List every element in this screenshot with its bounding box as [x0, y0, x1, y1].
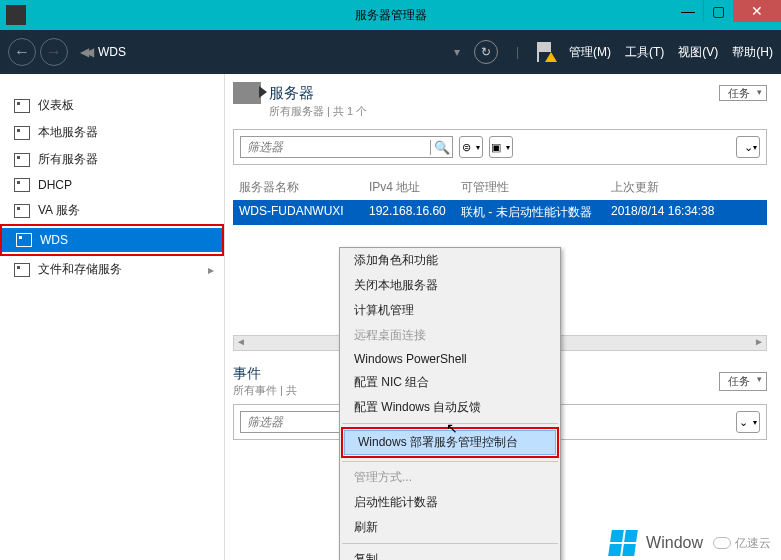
- sidebar-item-label: DHCP: [38, 178, 72, 192]
- servers-panel-title: 服务器: [269, 84, 314, 103]
- filter-options-button[interactable]: ⊜: [459, 136, 483, 158]
- sidebar-item-va[interactable]: VA 服务: [0, 197, 224, 224]
- toolbar: ← → ◀◀ WDS ▾ ↻ | 管理(M) 工具(T) 视图(V) 帮助(H): [0, 30, 781, 74]
- sidebar: 仪表板 本地服务器 所有服务器 DHCP VA 服务 WDS 文件和存储服务▸: [0, 74, 225, 560]
- expand-button[interactable]: ⌄: [736, 136, 760, 158]
- ctx-manage-as: 管理方式...: [340, 465, 560, 490]
- context-menu: 添加角色和功能 关闭本地服务器 计算机管理 远程桌面连接 Windows Pow…: [339, 247, 561, 560]
- table-row[interactable]: WDS-FUDANWUXI 192.168.16.60 联机 - 未启动性能计数…: [233, 200, 767, 225]
- footer: Window 亿速云: [600, 526, 781, 560]
- cloud-icon: [713, 537, 731, 549]
- menu-view[interactable]: 视图(V): [678, 44, 718, 61]
- dhcp-icon: [14, 178, 30, 192]
- ctx-powershell[interactable]: Windows PowerShell: [340, 348, 560, 370]
- cell-updated: 2018/8/14 16:34:38: [611, 204, 761, 221]
- events-tasks-button[interactable]: 任务: [719, 372, 767, 391]
- cell-manage: 联机 - 未启动性能计数器: [461, 204, 611, 221]
- cursor-icon: ↖: [446, 420, 458, 436]
- sidebar-item-files[interactable]: 文件和存储服务▸: [0, 256, 224, 283]
- sidebar-item-wds[interactable]: WDS: [2, 228, 222, 252]
- minimize-button[interactable]: —: [673, 0, 703, 22]
- servers-panel-icon: [233, 82, 261, 104]
- cell-ip: 192.168.16.60: [369, 204, 461, 221]
- ctx-add-roles[interactable]: 添加角色和功能: [340, 248, 560, 273]
- sidebar-item-label: WDS: [40, 233, 68, 247]
- separator: [342, 543, 558, 544]
- sidebar-item-label: VA 服务: [38, 202, 80, 219]
- col-updated[interactable]: 上次更新: [611, 179, 761, 196]
- dashboard-icon: [14, 99, 30, 113]
- menu-tools[interactable]: 工具(T): [625, 44, 664, 61]
- servers-panel-subtitle: 所有服务器 | 共 1 个: [269, 104, 767, 119]
- maximize-button[interactable]: ▢: [703, 0, 733, 22]
- ctx-windows-feedback[interactable]: 配置 Windows 自动反馈: [340, 395, 560, 420]
- warning-icon: [545, 52, 557, 62]
- ctx-nic-teaming[interactable]: 配置 NIC 组合: [340, 370, 560, 395]
- titlebar: 服务器管理器 — ▢ ✕: [0, 0, 781, 30]
- breadcrumb[interactable]: ◀◀ WDS: [80, 45, 126, 59]
- sidebar-item-label: 本地服务器: [38, 124, 98, 141]
- ctx-remote-desktop: 远程桌面连接: [340, 323, 560, 348]
- sidebar-item-dashboard[interactable]: 仪表板: [0, 92, 224, 119]
- servers-icon: [14, 153, 30, 167]
- windows-logo-icon: [608, 530, 638, 556]
- sidebar-item-label: 所有服务器: [38, 151, 98, 168]
- chevron-left-icon: ◀◀: [80, 45, 90, 59]
- ctx-shutdown[interactable]: 关闭本地服务器: [340, 273, 560, 298]
- close-button[interactable]: ✕: [733, 0, 781, 22]
- menu-help[interactable]: 帮助(H): [732, 44, 773, 61]
- ctx-computer-mgmt[interactable]: 计算机管理: [340, 298, 560, 323]
- filter-row: 🔍 ⊜ ▣ ⌄: [233, 129, 767, 165]
- forward-button[interactable]: →: [40, 38, 68, 66]
- filter-tag-button[interactable]: ▣: [489, 136, 513, 158]
- sidebar-item-label: 仪表板: [38, 97, 74, 114]
- ctx-start-perf[interactable]: 启动性能计数器: [340, 490, 560, 515]
- col-ip[interactable]: IPv4 地址: [369, 179, 461, 196]
- sidebar-item-dhcp[interactable]: DHCP: [0, 173, 224, 197]
- separator: [342, 461, 558, 462]
- back-button[interactable]: ←: [8, 38, 36, 66]
- server-icon: [14, 126, 30, 140]
- ctx-copy[interactable]: 复制: [340, 547, 560, 560]
- va-icon: [14, 204, 30, 218]
- wds-icon: [16, 233, 32, 247]
- brand-label: WDS: [98, 45, 126, 59]
- events-title: 事件: [233, 365, 297, 383]
- events-expand-button[interactable]: ⌄: [736, 411, 760, 433]
- notifications-flag-icon[interactable]: [537, 42, 555, 62]
- watermark: 亿速云: [713, 535, 771, 552]
- col-manage[interactable]: 可管理性: [461, 179, 611, 196]
- sidebar-item-label: 文件和存储服务: [38, 261, 122, 278]
- filter-input[interactable]: [241, 140, 430, 154]
- refresh-icon[interactable]: ↻: [474, 40, 498, 64]
- cell-name: WDS-FUDANWUXI: [239, 204, 369, 221]
- table-header: 服务器名称 IPv4 地址 可管理性 上次更新: [233, 175, 767, 200]
- window-title: 服务器管理器: [355, 7, 427, 24]
- watermark-label: 亿速云: [735, 535, 771, 552]
- app-icon: [6, 5, 26, 25]
- chevron-right-icon: ▸: [208, 263, 214, 277]
- files-icon: [14, 263, 30, 277]
- filter-box: 🔍: [240, 136, 453, 158]
- events-subtitle: 所有事件 | 共: [233, 383, 297, 398]
- ctx-refresh[interactable]: 刷新: [340, 515, 560, 540]
- sidebar-item-all-servers[interactable]: 所有服务器: [0, 146, 224, 173]
- tasks-button[interactable]: 任务: [719, 85, 767, 101]
- footer-win-label: Window: [646, 534, 703, 552]
- col-name[interactable]: 服务器名称: [239, 179, 369, 196]
- sidebar-item-local-server[interactable]: 本地服务器: [0, 119, 224, 146]
- menu-manage[interactable]: 管理(M): [569, 44, 611, 61]
- search-icon[interactable]: 🔍: [430, 140, 452, 155]
